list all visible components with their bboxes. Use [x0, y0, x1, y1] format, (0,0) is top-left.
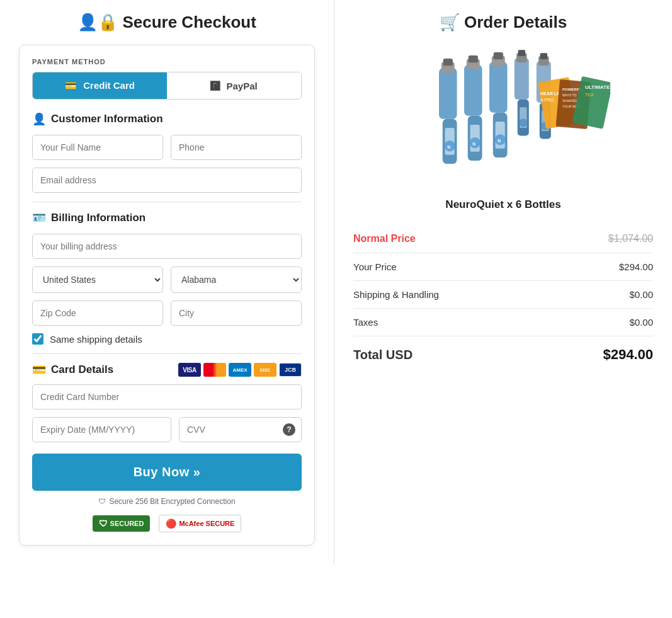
left-panel: 👤🔒 Secure Checkout PAYMENT METHOD 💳 Cred…	[0, 0, 334, 564]
taxes-row: Taxes $0.00	[353, 309, 653, 336]
tab-credit-card[interactable]: 💳 Credit Card	[33, 72, 167, 99]
svg-rect-8	[518, 50, 525, 56]
product-name: NeuroQuiet x 6 Bottles	[353, 198, 653, 211]
card-icons-row: VISA AMEX DISC JCB	[178, 363, 302, 377]
jcb-icon: JCB	[279, 363, 302, 377]
customer-info-title-text: Customer Information	[51, 113, 163, 125]
svg-rect-28	[494, 52, 503, 59]
mcafee-icon: 🔴	[166, 518, 176, 529]
left-title-text: Secure Checkout	[122, 13, 256, 31]
svg-text:N: N	[498, 139, 501, 143]
card-details-icon: 💳	[32, 363, 46, 377]
same-shipping-label[interactable]: Same shipping details	[50, 334, 142, 345]
normal-price-row: Normal Price $1,074.00	[353, 225, 653, 253]
zip-city-row	[32, 300, 302, 326]
billing-icon: 🪪	[32, 211, 46, 225]
buy-now-button[interactable]: Buy Now »	[32, 454, 302, 491]
cvv-help-icon[interactable]: ?	[283, 423, 295, 436]
same-shipping-checkbox[interactable]	[32, 333, 43, 345]
shipping-row: Shipping & Handling $0.00	[353, 281, 653, 309]
shipping-label: Shipping & Handling	[353, 289, 439, 300]
phone-input[interactable]	[171, 135, 302, 160]
country-state-row: United States Canada United Kingdom Alab…	[32, 266, 302, 293]
right-panel: 🛒 Order Details	[334, 0, 672, 564]
billing-info-title-text: Billing Information	[51, 212, 145, 224]
buy-now-label: Buy Now »	[134, 465, 201, 479]
expiry-input[interactable]	[32, 417, 171, 442]
svg-rect-26	[489, 62, 508, 113]
svg-text:N: N	[447, 145, 450, 149]
lock-icon: 👤🔒	[77, 13, 118, 31]
svg-text:WAYS TO: WAYS TO	[562, 93, 576, 97]
tab-paypal[interactable]: 🅿 PayPal	[167, 72, 301, 99]
credit-card-tab-label: Credit Card	[83, 80, 135, 91]
customer-info-section-title: 👤 Customer Information	[32, 112, 302, 126]
payment-method-label: PAYMENT METHOD	[32, 58, 302, 66]
card-number-input[interactable]	[32, 384, 302, 409]
svg-rect-14	[443, 59, 453, 66]
left-header: 👤🔒 Secure Checkout	[19, 13, 315, 32]
secure-badges: 🛡 SECURED 🔴 McAfee SECURE	[32, 515, 302, 532]
card-details-section-title: 💳 Card Details	[32, 363, 113, 377]
visa-icon: VISA	[178, 363, 201, 377]
billing-address-input[interactable]	[32, 234, 302, 259]
total-value: $294.00	[603, 346, 653, 363]
city-input[interactable]	[171, 300, 302, 326]
left-title: 👤🔒 Secure Checkout	[19, 13, 315, 32]
amex-icon: AMEX	[229, 363, 251, 377]
right-header: 🛒 Order Details	[353, 13, 653, 32]
your-price-value: $294.00	[619, 261, 653, 272]
taxes-value: $0.00	[629, 317, 653, 328]
svg-rect-6	[515, 58, 529, 100]
payment-tabs: 💳 Credit Card 🅿 PayPal	[32, 72, 302, 100]
secure-text: 🛡 Secure 256 Bit Encrypted Connection	[32, 497, 302, 506]
right-title: 🛒 Order Details	[353, 13, 653, 32]
state-select[interactable]: Alabama Alaska Arizona	[171, 266, 302, 293]
secure-text-label: Secure 256 Bit Encrypted Connection	[109, 497, 235, 506]
svg-rect-21	[469, 55, 478, 62]
mcafee-badge: 🔴 McAfee SECURE	[159, 515, 241, 532]
credit-card-tab-icon: 💳	[65, 80, 77, 91]
expiry-cvv-row: ?	[32, 417, 302, 442]
cvv-wrap: ?	[179, 417, 302, 442]
divider-1	[32, 202, 302, 202]
svg-point-11	[519, 118, 527, 127]
divider-2	[32, 353, 302, 354]
cart-icon: 🛒	[440, 13, 460, 31]
checkout-card: PAYMENT METHOD 💳 Credit Card 🅿 PayPal 👤 …	[19, 45, 315, 546]
card-details-title-text: Card Details	[51, 363, 113, 376]
mastercard-icon	[203, 363, 226, 377]
product-image-area: N N N	[353, 45, 653, 190]
shipping-value: $0.00	[629, 289, 653, 300]
shield-secured-icon: 🛡	[99, 518, 108, 529]
svg-rect-19	[464, 65, 482, 116]
svg-text:A PRO: A PRO	[540, 98, 554, 102]
normal-price-label: Normal Price	[353, 233, 416, 244]
svg-text:SHARPEN: SHARPEN	[562, 99, 578, 103]
billing-info-section-title: 🪪 Billing Information	[32, 211, 302, 225]
full-name-input[interactable]	[32, 135, 163, 160]
taxes-label: Taxes	[353, 317, 378, 328]
your-price-label: Your Price	[353, 261, 397, 272]
svg-text:ULTIMATE: ULTIMATE	[585, 84, 610, 90]
mcafee-badge-label: McAfee SECURE	[179, 520, 234, 527]
same-shipping-row: Same shipping details	[32, 333, 302, 345]
normal-price-value: $1,074.00	[608, 233, 653, 244]
zip-input[interactable]	[32, 300, 163, 326]
total-label: Total USD	[353, 348, 413, 362]
secured-badge-label: SECURED	[110, 520, 144, 527]
card-details-header: 💳 Card Details VISA AMEX DISC JCB	[32, 363, 302, 377]
shield-icon: 🛡	[98, 497, 106, 506]
country-select[interactable]: United States Canada United Kingdom	[32, 266, 163, 293]
product-image-svg: N N N	[396, 45, 610, 190]
svg-rect-2	[540, 53, 547, 59]
svg-text:N: N	[472, 142, 476, 146]
email-input[interactable]	[32, 168, 302, 193]
address-row	[32, 234, 302, 259]
discover-icon: DISC	[254, 363, 276, 377]
customer-icon: 👤	[32, 112, 46, 126]
secured-badge: 🛡 SECURED	[93, 515, 151, 532]
svg-rect-12	[439, 68, 457, 119]
name-phone-row	[32, 135, 302, 160]
total-row: Total USD $294.00	[353, 336, 653, 371]
